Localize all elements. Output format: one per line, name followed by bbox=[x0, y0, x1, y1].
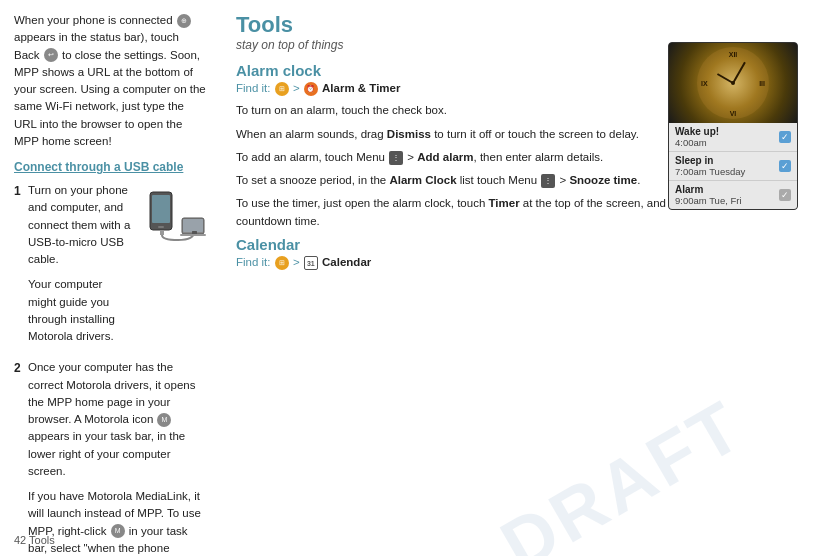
alarm-item-alarm-time: 9:00am Tue, Fri bbox=[675, 195, 775, 206]
calendar-find-it-label: Find it: bbox=[236, 256, 271, 268]
clock-center bbox=[731, 81, 735, 85]
usb-cable-image bbox=[138, 184, 206, 244]
left-column: When your phone is connected ⊕ appears i… bbox=[0, 0, 220, 556]
usb-section-heading: Connect through a USB cable bbox=[14, 158, 206, 176]
step-1: 1 Turn on your phone and computer, and c… bbox=[14, 182, 206, 353]
alarm-list: Wake up! 4:00am ✓ Sleep in 7:00am Tuesda… bbox=[669, 123, 797, 209]
tools-title: Tools bbox=[236, 12, 798, 38]
step-1-sub: Your computer might guide you through in… bbox=[28, 276, 132, 345]
alarm-item-sleepin-time: 7:00am Tuesday bbox=[675, 166, 775, 177]
step-2-main: Once your computer has the correct Motor… bbox=[28, 359, 206, 480]
svg-rect-6 bbox=[180, 234, 206, 236]
clock-num-12: XII bbox=[729, 51, 738, 58]
step-1-number: 1 bbox=[14, 182, 28, 353]
alarm-app-icon: ⏰ bbox=[304, 82, 318, 96]
alarm-find-it-label: Find it: bbox=[236, 82, 271, 94]
alarm-find-it-name: Alarm & Timer bbox=[322, 82, 400, 94]
analog-clock: XII III VI IX bbox=[697, 47, 769, 119]
alarm-item-alarm: Alarm 9:00am Tue, Fri ✓ bbox=[669, 181, 797, 209]
right-column: XII III VI IX Wake up! 4:00am ✓ bbox=[220, 0, 814, 556]
alarm-screen-mockup: XII III VI IX Wake up! 4:00am ✓ bbox=[668, 42, 798, 210]
clock-num-9: IX bbox=[701, 80, 708, 87]
alarm-item-alarm-text: Alarm 9:00am Tue, Fri bbox=[675, 184, 775, 206]
svg-rect-1 bbox=[152, 195, 170, 223]
alarm-checkbox-wakeup: ✓ bbox=[779, 131, 791, 143]
alarm-item-sleepin-text: Sleep in 7:00am Tuesday bbox=[675, 155, 775, 177]
back-icon: ↩ bbox=[44, 48, 58, 62]
clock-num-6: VI bbox=[730, 110, 737, 117]
alarm-item-sleepin-name: Sleep in bbox=[675, 155, 775, 166]
alarm-item-wakeup-name: Wake up! bbox=[675, 126, 775, 137]
motorola-icon-2: M bbox=[111, 524, 125, 538]
step-1-text: Turn on your phone and computer, and con… bbox=[28, 182, 132, 353]
calendar-find-it-arrow: > bbox=[293, 256, 303, 268]
calendar-find-it-name: Calendar bbox=[322, 256, 371, 268]
calendar-section-title: Calendar bbox=[236, 236, 798, 253]
alarm-item-wakeup-text: Wake up! 4:00am bbox=[675, 126, 775, 148]
svg-rect-7 bbox=[192, 231, 197, 234]
menu-icon-2: ⋮ bbox=[541, 174, 555, 188]
clock-face-container: XII III VI IX bbox=[669, 43, 797, 123]
step-1-content: Turn on your phone and computer, and con… bbox=[28, 182, 206, 353]
calendar-find-it: Find it: ⊞ > 31 Calendar bbox=[236, 256, 798, 270]
menu-icon: ⋮ bbox=[389, 151, 403, 165]
calendar-icon: 31 bbox=[304, 256, 318, 270]
page-footer: 42 Tools bbox=[14, 532, 55, 549]
alarm-item-alarm-name: Alarm bbox=[675, 184, 775, 195]
step-2: 2 Once your computer has the correct Mot… bbox=[14, 359, 206, 556]
clock-num-3: III bbox=[759, 80, 765, 87]
wifi-icon: ⊕ bbox=[177, 14, 191, 28]
step-2-content: Once your computer has the correct Motor… bbox=[28, 359, 206, 556]
svg-rect-3 bbox=[160, 230, 164, 235]
minute-hand bbox=[732, 62, 745, 84]
alarm-checkbox-alarm: ✓ bbox=[779, 189, 791, 201]
step-2-number: 2 bbox=[14, 359, 28, 556]
svg-rect-5 bbox=[183, 219, 203, 232]
alarm-item-wakeup: Wake up! 4:00am ✓ bbox=[669, 123, 797, 152]
alarm-item-sleepin: Sleep in 7:00am Tuesday ✓ bbox=[669, 152, 797, 181]
apps-icon-2: ⊞ bbox=[275, 256, 289, 270]
alarm-checkbox-sleepin: ✓ bbox=[779, 160, 791, 172]
motorola-icon: M bbox=[157, 413, 171, 427]
alarm-item-wakeup-time: 4:00am bbox=[675, 137, 775, 148]
svg-rect-2 bbox=[158, 226, 164, 228]
intro-paragraph: When your phone is connected ⊕ appears i… bbox=[14, 12, 206, 150]
draft-watermark: DRAFT bbox=[487, 384, 757, 556]
step-1-main: Turn on your phone and computer, and con… bbox=[28, 182, 132, 268]
alarm-find-it-arrow: > bbox=[293, 82, 303, 94]
apps-icon: ⊞ bbox=[275, 82, 289, 96]
